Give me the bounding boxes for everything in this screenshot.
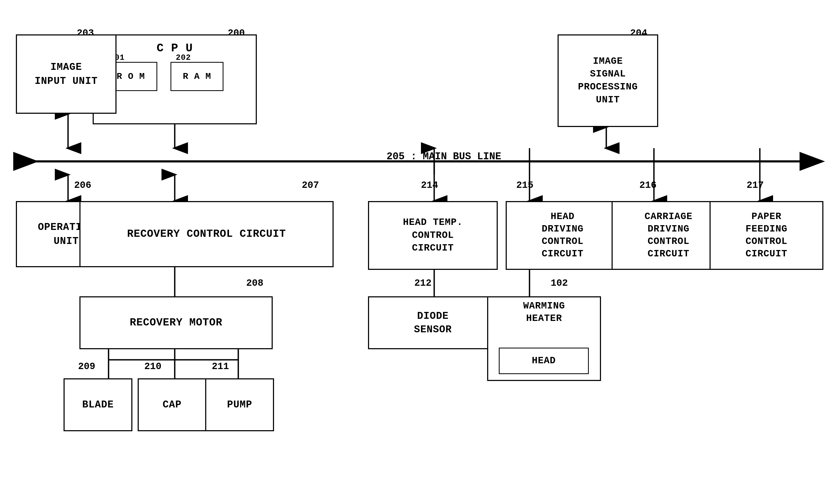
pump-box: PUMP [205, 378, 274, 431]
carriage-driving-control-circuit-box: CARRIAGE DRIVING CONTROL CIRCUIT [612, 201, 726, 270]
ref-102: 102 [551, 278, 568, 289]
rom-label: R O M [117, 71, 145, 82]
recovery-control-circuit-label: RECOVERY CONTROL CIRCUIT [127, 227, 286, 241]
ref-217: 217 [747, 180, 764, 191]
ref-209: 209 [78, 361, 95, 372]
recovery-motor-box: RECOVERY MOTOR [80, 296, 273, 349]
ref-202: 202 [176, 53, 191, 63]
warming-heater-label: WARMING HEATER [523, 301, 565, 324]
head-temp-control-circuit-label: HEAD TEMP. CONTROL CIRCUIT [403, 216, 463, 255]
head-driving-control-circuit-box: HEAD DRIVING CONTROL CIRCUIT [506, 201, 619, 270]
diagram: 200 C P U R O M R A M 201 202 203 IMAGE … [0, 0, 839, 504]
ref-206: 206 [74, 180, 91, 191]
ref-211: 211 [212, 361, 229, 372]
blade-label: BLADE [82, 398, 113, 411]
image-input-unit-label: IMAGE INPUT UNIT [35, 60, 98, 88]
cap-label: CAP [162, 398, 181, 411]
diode-sensor-label: DIODE SENSOR [414, 309, 452, 337]
head-box: HEAD [499, 348, 589, 374]
ref-212: 212 [414, 278, 432, 289]
ref-216: 216 [640, 180, 657, 191]
cpu-box: C P U R O M R A M 201 202 [93, 34, 257, 124]
carriage-driving-control-circuit-label: CARRIAGE DRIVING CONTROL CIRCUIT [645, 211, 693, 260]
ref-208: 208 [246, 278, 263, 289]
ref-207: 207 [302, 180, 319, 191]
head-driving-control-circuit-label: HEAD DRIVING CONTROL CIRCUIT [542, 211, 583, 260]
pump-label: PUMP [227, 398, 252, 411]
paper-feeding-control-circuit-box: PAPER FEEDING CONTROL CIRCUIT [710, 201, 823, 270]
ref-210: 210 [144, 361, 161, 372]
cap-box: CAP [138, 378, 207, 431]
ref-214: 214 [421, 180, 438, 191]
image-input-unit-box: IMAGE INPUT UNIT [16, 34, 117, 114]
recovery-motor-label: RECOVERY MOTOR [130, 316, 222, 330]
blade-box: BLADE [64, 378, 133, 431]
warming-heater-head-outer-box: WARMING HEATER HEAD [487, 296, 601, 381]
image-signal-processing-box: IMAGE SIGNAL PROCESSING UNIT [558, 34, 658, 127]
recovery-control-circuit-box: RECOVERY CONTROL CIRCUIT [80, 201, 334, 267]
head-temp-control-circuit-box: HEAD TEMP. CONTROL CIRCUIT [368, 201, 498, 270]
diode-sensor-box: DIODE SENSOR [368, 296, 498, 349]
paper-feeding-control-circuit-label: PAPER FEEDING CONTROL CIRCUIT [746, 211, 787, 260]
ram-label: R A M [183, 71, 211, 82]
ram-box: R A M [171, 62, 224, 91]
head-label: HEAD [532, 355, 556, 367]
main-bus-line-label: 205 : MAIN BUS LINE [387, 151, 501, 162]
image-signal-processing-label: IMAGE SIGNAL PROCESSING UNIT [578, 55, 638, 106]
ref-215: 215 [516, 180, 534, 191]
